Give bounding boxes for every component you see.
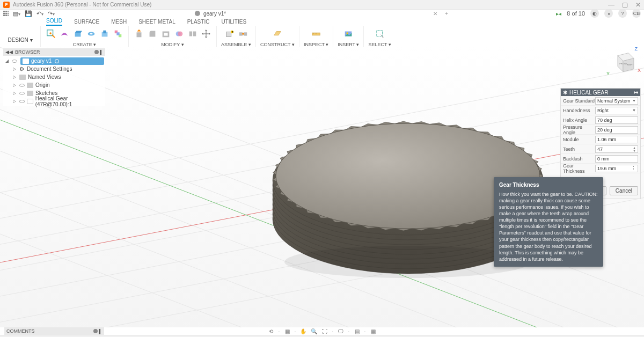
zoom-icon[interactable]: 🔍 — [310, 327, 318, 335]
undo-icon[interactable]: ↶▾ — [36, 10, 43, 17]
minimize-button[interactable]: — — [608, 1, 614, 9]
prop-value-input[interactable]: Normal System▼ — [595, 97, 638, 105]
sweep-icon[interactable] — [99, 28, 111, 40]
tree-item-gear[interactable]: ▷Healical Gear (47R@70.00):1 — [3, 97, 105, 105]
visibility-icon[interactable] — [12, 60, 17, 63]
tooltip: Gear Thickness How thick you want the ge… — [494, 177, 603, 267]
prop-label: Handedness — [563, 108, 595, 113]
prop-value-input[interactable]: 1.06 mm — [595, 136, 638, 143]
svg-point-21 — [242, 33, 244, 35]
grid-settings-icon[interactable]: ▤ — [353, 327, 361, 335]
notifications-icon[interactable]: ⬥ — [604, 9, 613, 18]
select-icon[interactable] — [374, 28, 386, 40]
app-menu-icon[interactable] — [3, 11, 9, 16]
extrude-icon[interactable] — [72, 28, 84, 40]
new-component-icon[interactable]: ★ — [224, 28, 236, 40]
tab-plastic[interactable]: PLASTIC — [187, 19, 210, 26]
look-at-icon[interactable]: ▦ — [283, 327, 291, 335]
fillet-icon[interactable] — [147, 28, 158, 40]
save-icon[interactable]: 💾 — [25, 10, 32, 17]
plane-icon[interactable] — [272, 28, 283, 40]
expand-icon[interactable]: ↦ — [634, 90, 638, 96]
prop-value-input[interactable]: 20 deg — [595, 126, 638, 134]
tree-item-origin[interactable]: ▷Origin — [3, 81, 105, 89]
browser-panel: ◀◀BROWSER ▌ ◢ geary v1 ▷⚙Document Settin… — [3, 48, 105, 106]
user-avatar[interactable]: CB — [632, 9, 641, 18]
svg-rect-15 — [193, 32, 196, 36]
tab-mesh[interactable]: MESH — [111, 19, 127, 26]
prop-row-gear-standard: Gear StandardNormal System▼ — [561, 96, 640, 106]
prop-value-input[interactable]: Right▼ — [595, 107, 638, 114]
group-create-label[interactable]: CREATE ▾ — [73, 42, 96, 47]
maximize-button[interactable]: ▢ — [622, 1, 628, 9]
svg-rect-20 — [243, 32, 246, 35]
property-panel-header[interactable]: ✱HELICAL GEAR↦ — [561, 89, 640, 96]
prop-row-helix-angle: Helix Angle70 deg — [561, 115, 640, 125]
svg-rect-22 — [312, 33, 320, 35]
document-tab[interactable]: geary v1* ✕ ＋ — [195, 10, 449, 17]
tooltip-body: How thick you want the gear to be. CAUTI… — [499, 191, 598, 263]
fit-icon[interactable]: ⛶ — [321, 327, 328, 335]
tree-item-doc-settings[interactable]: ▷⚙Document Settings — [3, 65, 105, 73]
comments-bar[interactable]: COMMENTS ▌ — [4, 327, 104, 335]
combine-icon[interactable] — [173, 28, 185, 40]
svg-text:RIGHT: RIGHT — [627, 63, 634, 66]
move-icon[interactable] — [200, 28, 212, 40]
redo-icon[interactable]: ↷▾ — [48, 10, 55, 17]
browser-header[interactable]: ◀◀BROWSER ▌ — [3, 48, 105, 56]
prop-label: Pressure Angle — [563, 124, 595, 135]
loft-icon[interactable] — [112, 28, 124, 40]
tree-item-named-views[interactable]: ▷Named Views — [3, 73, 105, 81]
svg-point-13 — [178, 32, 182, 36]
orbit-icon[interactable]: ⟲ — [267, 327, 275, 335]
help-icon[interactable]: ? — [618, 9, 627, 18]
joint-icon[interactable] — [237, 28, 249, 40]
tab-surface[interactable]: SURFACE — [74, 19, 99, 26]
pan-icon[interactable]: ✋ — [299, 327, 307, 335]
group-construct-label[interactable]: CONSTRUCT ▾ — [260, 42, 295, 47]
prop-value-input[interactable]: 70 deg — [595, 116, 638, 124]
cancel-button[interactable]: Cancel — [610, 186, 638, 195]
file-menu-icon[interactable]: ▤▾ — [13, 10, 20, 17]
prop-value-input[interactable]: 19.6 mm⋮ — [595, 165, 638, 172]
prop-row-pressure-angle: Pressure Angle20 deg — [561, 125, 640, 135]
prop-label: Gear Standard — [563, 98, 595, 104]
tooltip-title: Gear Thickness — [499, 181, 598, 189]
display-settings-icon[interactable]: 🖵 — [337, 327, 345, 335]
revolve-icon[interactable] — [85, 28, 97, 40]
prop-row-teeth: Teeth47▲▼ — [561, 144, 640, 154]
comments-settings-icon[interactable] — [93, 329, 98, 333]
browser-settings-icon[interactable] — [94, 50, 99, 54]
prop-value-input[interactable]: 0 mm — [595, 155, 638, 163]
svg-rect-9 — [137, 32, 142, 37]
tree-root-row[interactable]: ◢ geary v1 — [3, 57, 105, 65]
group-inspect-label[interactable]: INSPECT ▾ — [304, 42, 328, 47]
job-status[interactable]: 8 of 10 — [567, 10, 585, 17]
view-cube[interactable]: FRONT RIGHT Z X Y — [610, 49, 636, 76]
job-status-icon[interactable]: ◐ — [590, 9, 599, 18]
insert-decal-icon[interactable] — [342, 28, 354, 40]
tab-sheet-metal[interactable]: SHEET METAL — [138, 19, 175, 26]
viewport-layout-icon[interactable]: ▦ — [369, 327, 377, 335]
measure-icon[interactable] — [310, 28, 322, 40]
shell-icon[interactable] — [160, 28, 172, 40]
close-tab-button[interactable]: ✕ — [433, 11, 437, 17]
extensions-icon[interactable]: ▸◂ — [556, 11, 561, 17]
new-tab-button[interactable]: ＋ — [444, 10, 449, 17]
press-pull-icon[interactable] — [133, 28, 145, 40]
align-icon[interactable] — [187, 28, 199, 40]
prop-row-handedness: HandednessRight▼ — [561, 106, 640, 115]
group-assemble-label[interactable]: ASSEMBLE ▾ — [221, 42, 251, 47]
create-form-icon[interactable] — [58, 28, 70, 40]
close-window-button[interactable]: ✕ — [635, 1, 641, 9]
tab-utilities[interactable]: UTILITIES — [221, 19, 246, 26]
new-sketch-icon[interactable] — [45, 28, 57, 40]
group-select-label[interactable]: SELECT ▾ — [368, 42, 391, 47]
tab-solid[interactable]: SOLID — [46, 18, 62, 26]
timeline[interactable] — [0, 335, 644, 337]
group-insert-label[interactable]: INSERT ▾ — [338, 42, 359, 47]
group-modify-label[interactable]: MODIFY ▾ — [161, 42, 184, 47]
nav-bar: ⟲· ▦· ✋ 🔍 ⛶· 🖵· ▤· ▦ — [267, 327, 377, 335]
prop-value-input[interactable]: 47▲▼ — [595, 145, 638, 153]
activate-radio-icon[interactable] — [55, 59, 59, 63]
